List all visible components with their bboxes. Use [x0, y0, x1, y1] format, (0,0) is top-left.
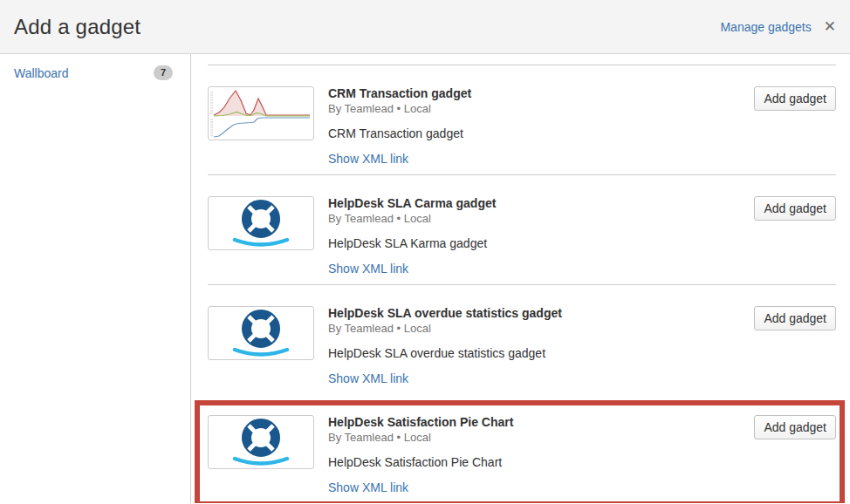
dialog-header: Add a gadget Manage gadgets ✕ [0, 0, 850, 54]
show-xml-link[interactable]: Show XML link [328, 152, 408, 166]
lifebuoy-icon [209, 416, 313, 468]
gadget-action: Add gadget [754, 86, 836, 167]
show-xml-link[interactable]: Show XML link [328, 371, 408, 385]
lifebuoy-icon [209, 307, 313, 359]
gadget-thumbnail [208, 86, 314, 140]
gadget-row: CRM Transaction gadget By Teamlead • Loc… [208, 65, 836, 174]
highlight-annotation: HelpDesk Satisfaction Pie Chart By Teaml… [195, 400, 845, 503]
page-title: Add a gadget [14, 15, 141, 39]
gadget-byline: By Teamlead • Local [328, 102, 740, 115]
gadget-row: HelpDesk Satisfaction Pie Chart By Teaml… [208, 405, 836, 501]
gadget-thumbnail [208, 306, 314, 360]
gadget-thumbnail [208, 415, 314, 469]
gadget-info: HelpDesk SLA overdue statistics gadget B… [328, 306, 740, 386]
gadget-title: HelpDesk SLA Carma gadget [328, 196, 740, 210]
gadget-row: HelpDesk SLA overdue statistics gadget B… [208, 284, 836, 394]
gadget-description: HelpDesk SLA Karma gadget [328, 236, 740, 250]
close-icon[interactable]: ✕ [824, 19, 836, 34]
gadget-action: Add gadget [754, 196, 836, 276]
gadget-thumbnail [208, 196, 314, 250]
add-gadget-button[interactable]: Add gadget [754, 86, 836, 111]
gadget-action: Add gadget [754, 415, 836, 495]
lifebuoy-icon [209, 197, 313, 249]
gadget-list: CRM Transaction gadget By Teamlead • Loc… [191, 54, 850, 503]
show-xml-link[interactable]: Show XML link [328, 262, 408, 276]
area-line-chart-thumbnail [209, 87, 313, 140]
count-badge: 7 [154, 65, 173, 80]
gadget-info: CRM Transaction gadget By Teamlead • Loc… [328, 86, 740, 167]
gadget-description: CRM Transaction gadget [328, 126, 740, 140]
gadget-action: Add gadget [754, 306, 836, 386]
add-gadget-button[interactable]: Add gadget [754, 415, 836, 439]
sidebar-item-wallboard[interactable]: Wallboard 7 [0, 65, 190, 80]
gadget-byline: By Teamlead • Local [328, 322, 740, 335]
add-gadget-button[interactable]: Add gadget [754, 306, 836, 330]
gadget-title: HelpDesk Satisfaction Pie Chart [328, 415, 740, 429]
gadget-title: CRM Transaction gadget [328, 86, 740, 100]
gadget-info: HelpDesk Satisfaction Pie Chart By Teaml… [328, 415, 740, 495]
add-gadget-dialog: Add a gadget Manage gadgets ✕ Wallboard … [0, 0, 850, 504]
gadget-byline: By Teamlead • Local [328, 431, 740, 444]
sidebar: Wallboard 7 [0, 54, 191, 503]
gadget-byline: By Teamlead • Local [328, 212, 740, 225]
gadget-info: HelpDesk SLA Carma gadget By Teamlead • … [328, 196, 740, 276]
gadget-title: HelpDesk SLA overdue statistics gadget [328, 306, 740, 320]
gadget-description: HelpDesk SLA overdue statistics gadget [328, 346, 740, 360]
header-actions: Manage gadgets ✕ [720, 19, 836, 34]
manage-gadgets-link[interactable]: Manage gadgets [720, 20, 811, 34]
dialog-body: Wallboard 7 CRM Transaction gadget By Te… [0, 54, 850, 503]
gadget-row: HelpDesk SLA Carma gadget By Teamlead • … [208, 174, 836, 284]
gadget-description: HelpDesk Satisfaction Pie Chart [328, 455, 740, 469]
show-xml-link[interactable]: Show XML link [328, 480, 408, 494]
add-gadget-button[interactable]: Add gadget [754, 196, 836, 221]
sidebar-item-label[interactable]: Wallboard [14, 66, 69, 80]
